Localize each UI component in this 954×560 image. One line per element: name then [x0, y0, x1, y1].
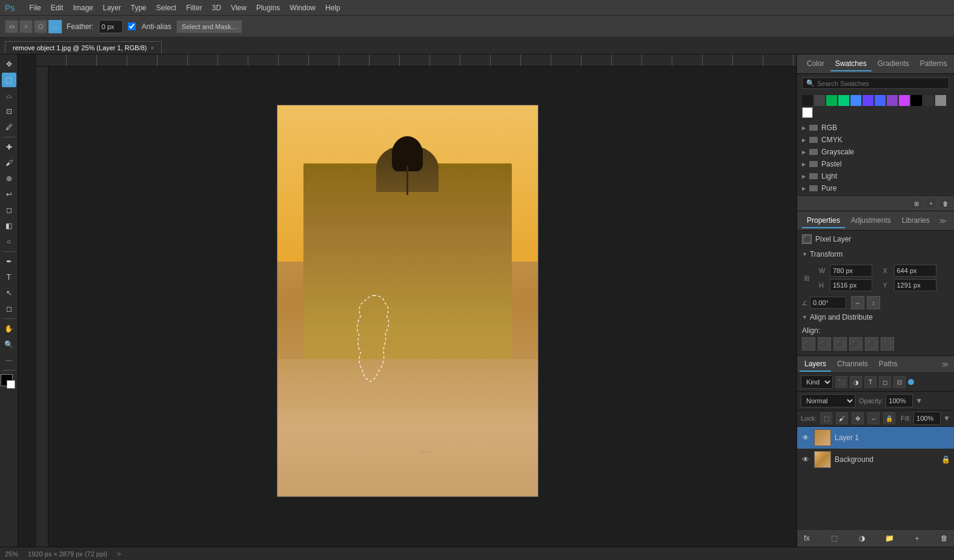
move-tool[interactable]: ✥	[2, 57, 16, 71]
color-chip[interactable]	[863, 95, 873, 106]
align-top-btn[interactable]: ⬛	[849, 337, 863, 351]
layer-item-background[interactable]: 👁 Background 🔒	[797, 449, 954, 470]
gradient-tool[interactable]: ◧	[2, 219, 16, 233]
y-input[interactable]	[894, 279, 936, 291]
tab-libraries[interactable]: Libraries	[897, 214, 935, 228]
lock-all-btn[interactable]: 🔒	[883, 412, 895, 424]
color-swatches[interactable]	[2, 375, 16, 390]
color-chip[interactable]	[911, 95, 922, 106]
swatch-new-group-btn[interactable]: ⊞	[910, 197, 923, 209]
filter-adjust-btn[interactable]: ◑	[850, 376, 862, 388]
flip-v-btn[interactable]: ↕	[867, 296, 880, 309]
eraser-tool[interactable]: ◻	[2, 203, 16, 217]
swatch-group-grayscale[interactable]: ▶ Grayscale	[802, 146, 949, 158]
layer-delete-btn[interactable]: 🗑	[938, 532, 950, 544]
extra-tool[interactable]: ···	[2, 353, 16, 367]
tab-color[interactable]: Color	[802, 57, 829, 71]
swatch-delete-btn[interactable]: 🗑	[939, 197, 952, 209]
filter-text-btn[interactable]: T	[864, 376, 876, 388]
h-input[interactable]	[830, 279, 872, 291]
color-chip[interactable]	[814, 95, 825, 106]
align-section-header[interactable]: ▼ Align and Distribute	[797, 311, 954, 324]
hand-tool[interactable]: ✋	[2, 321, 16, 336]
menu-window[interactable]: Window	[290, 4, 316, 12]
transform-section-header[interactable]: ▼ Transform	[797, 248, 954, 261]
lock-transparent-btn[interactable]: ⬚	[820, 412, 832, 424]
menu-3d[interactable]: 3D	[212, 4, 221, 12]
tab-gradients[interactable]: Gradients	[873, 57, 914, 71]
properties-collapse-btn[interactable]: ≫	[936, 217, 949, 225]
color-chip[interactable]	[899, 95, 910, 106]
menu-file[interactable]: File	[29, 4, 41, 12]
tab-adjustments[interactable]: Adjustments	[846, 214, 896, 228]
color-chip[interactable]	[802, 95, 813, 106]
color-chip[interactable]	[826, 95, 837, 106]
path-select-tool[interactable]: ↖	[2, 286, 16, 300]
lock-paint-btn[interactable]: 🖌	[836, 412, 848, 424]
document-tab[interactable]: remove object 1.jpg @ 25% (Layer 1, RGB/…	[5, 41, 162, 54]
eyedropper-tool[interactable]: 🖉	[2, 120, 16, 134]
layer-visibility-background[interactable]: 👁	[801, 455, 810, 464]
layer-item-layer1[interactable]: 👁 Layer 1	[797, 427, 954, 449]
history-tool[interactable]: ↩	[2, 187, 16, 202]
filter-pixel-btn[interactable]: ⬛	[835, 376, 847, 388]
color-chip[interactable]	[838, 95, 849, 106]
color-chip[interactable]	[802, 107, 813, 118]
color-chip[interactable]	[875, 95, 886, 106]
swatch-group-rgb[interactable]: ▶ RGB	[802, 122, 949, 134]
layers-collapse-btn[interactable]: ≫	[939, 360, 952, 369]
filter-active-btn[interactable]	[908, 379, 914, 385]
align-bottom-btn[interactable]: ⬛	[881, 337, 894, 351]
fill-arrow[interactable]: ▼	[943, 414, 950, 423]
fill-input[interactable]	[913, 412, 941, 425]
blend-mode-select[interactable]: Normal	[801, 394, 855, 407]
circle-shape-btn[interactable]: ○	[19, 20, 33, 33]
clone-tool[interactable]: ⊕	[2, 171, 16, 186]
layer-visibility-layer1[interactable]: 👁	[801, 433, 810, 443]
opacity-arrow[interactable]: ▼	[915, 397, 923, 405]
tab-patterns[interactable]: Patterns	[915, 57, 952, 71]
selection-tool[interactable]: ⬚	[2, 73, 16, 87]
feather-input[interactable]	[99, 20, 123, 33]
lock-move-btn[interactable]: ↔	[867, 412, 879, 424]
menu-edit[interactable]: Edit	[51, 4, 64, 12]
status-arrow[interactable]: >	[117, 550, 121, 558]
swatch-group-light[interactable]: ▶ Light	[802, 170, 949, 182]
flip-h-btn[interactable]: ↔	[851, 296, 864, 309]
menu-view[interactable]: View	[231, 4, 247, 12]
menu-type[interactable]: Type	[131, 4, 147, 12]
text-tool[interactable]: T	[2, 270, 16, 285]
w-input[interactable]	[830, 265, 872, 277]
rect-shape-btn[interactable]: ▭	[5, 20, 18, 33]
color-chip[interactable]	[887, 95, 898, 106]
poly-shape-btn[interactable]: ⬠	[34, 20, 47, 33]
tab-paths[interactable]: Paths	[874, 357, 903, 372]
lock-artboard-btn[interactable]: ✥	[852, 412, 864, 424]
shape-tool[interactable]: ◻	[2, 301, 16, 316]
layer-adjustment-btn[interactable]: ◑	[856, 532, 868, 544]
layer-group-btn[interactable]: 📁	[883, 532, 895, 544]
swatch-group-pure[interactable]: ▶ Pure	[802, 182, 949, 194]
menu-select[interactable]: Select	[156, 4, 176, 12]
tab-properties[interactable]: Properties	[802, 214, 845, 228]
align-right-btn[interactable]: ⬛	[833, 337, 847, 351]
color-chip[interactable]	[935, 95, 946, 106]
layer-mask-btn[interactable]: ⬚	[828, 532, 840, 544]
layer-fx-btn[interactable]: fx	[801, 532, 813, 544]
crop-tool[interactable]: ⊡	[2, 104, 16, 119]
menu-layer[interactable]: Layer	[103, 4, 121, 12]
select-and-mask-button[interactable]: Select and Mask...	[176, 20, 242, 33]
layer-new-btn[interactable]: ＋	[911, 532, 923, 544]
heal-tool[interactable]: ✚	[2, 140, 16, 154]
tab-layers[interactable]: Layers	[800, 357, 831, 372]
color-chip[interactable]	[923, 95, 934, 106]
lasso-shape-btn[interactable]: ⌓	[48, 20, 62, 33]
color-chip[interactable]	[850, 95, 861, 106]
zoom-tool[interactable]: 🔍	[2, 337, 16, 352]
canvas-area[interactable]: ━━━━	[18, 54, 797, 547]
x-input[interactable]	[894, 265, 936, 277]
menu-filter[interactable]: Filter	[186, 4, 202, 12]
swatch-add-btn[interactable]: ＋	[925, 197, 937, 209]
menu-image[interactable]: Image	[73, 4, 93, 12]
pen-tool[interactable]: ✒	[2, 254, 16, 269]
